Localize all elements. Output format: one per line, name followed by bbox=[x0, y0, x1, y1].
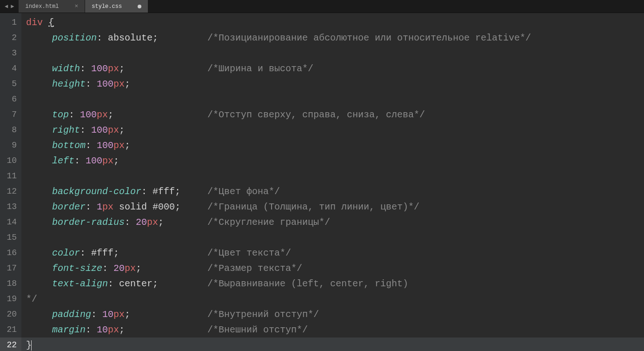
line-number: 6 bbox=[0, 92, 17, 107]
code-line: top: 100px;/*Отступ сверху, справа, сниз… bbox=[26, 107, 644, 122]
comment: /*Выравнивание (left, center, right) bbox=[207, 276, 408, 291]
property: border bbox=[52, 199, 86, 215]
property: text-align bbox=[52, 276, 108, 291]
code-line: width: 100px;/*Ширина и высота*/ bbox=[26, 61, 644, 76]
value: #fff bbox=[153, 184, 175, 199]
gutter: 12345678910111213141516171819202122 bbox=[0, 13, 21, 351]
comment: /*Скругление границы*/ bbox=[207, 215, 330, 230]
code-line bbox=[26, 230, 644, 245]
comment: /*Размер текста*/ bbox=[207, 261, 302, 276]
number: 1 bbox=[97, 199, 102, 215]
value: #fff bbox=[91, 245, 113, 261]
code-area[interactable]: div {position: absolute;/*Позицианирован… bbox=[21, 13, 644, 351]
unit: px bbox=[108, 61, 119, 76]
line-number: 16 bbox=[0, 245, 17, 261]
property: margin bbox=[52, 322, 86, 338]
comment: /*Позицианирование абсолютное или относи… bbox=[207, 30, 531, 46]
line-number: 20 bbox=[0, 307, 17, 322]
property: right bbox=[52, 122, 80, 138]
number: 100 bbox=[86, 153, 102, 169]
property: background-color bbox=[52, 184, 141, 199]
code-line: height: 100px; bbox=[26, 76, 644, 92]
number: 10 bbox=[102, 307, 113, 322]
code-line: */ bbox=[26, 291, 644, 307]
tab-index-html[interactable]: index.html × bbox=[19, 0, 85, 13]
unit: px bbox=[102, 199, 113, 215]
property: position bbox=[52, 30, 97, 46]
tab-label: style.css bbox=[92, 3, 122, 10]
number: 100 bbox=[97, 138, 113, 153]
property: border-radius bbox=[52, 215, 125, 230]
property: left bbox=[52, 153, 74, 169]
property: bottom bbox=[52, 138, 86, 153]
code-line: font-size: 20px;/*Размер текста*/ bbox=[26, 261, 644, 276]
code-line: border: 1px solid #000;/*Граница (Толщин… bbox=[26, 199, 644, 215]
comment: /*Цвет текста*/ bbox=[207, 245, 291, 261]
code-line bbox=[26, 92, 644, 107]
comment: /*Внешний отступ*/ bbox=[207, 322, 308, 338]
line-number: 3 bbox=[0, 46, 17, 61]
unit: px bbox=[147, 215, 158, 230]
close-icon[interactable]: × bbox=[74, 3, 78, 10]
code-line: background-color: #fff;/*Цвет фона*/ bbox=[26, 184, 644, 199]
code-line: color: #fff;/*Цвет текста*/ bbox=[26, 245, 644, 261]
value: absolute bbox=[108, 30, 153, 46]
tab-nav-arrows: ◀ ▶ bbox=[0, 0, 19, 13]
text-cursor bbox=[31, 340, 32, 351]
property: font-size bbox=[52, 261, 102, 276]
line-number: 22 bbox=[0, 338, 21, 351]
comment: /*Цвет фона*/ bbox=[207, 184, 280, 199]
number: 100 bbox=[91, 122, 108, 138]
unit: px bbox=[97, 107, 108, 122]
tab-style-css[interactable]: style.css bbox=[85, 0, 148, 13]
comment: /*Внутрений отступ*/ bbox=[207, 307, 319, 322]
number: 100 bbox=[91, 61, 108, 76]
line-number: 1 bbox=[0, 15, 17, 30]
value: center bbox=[119, 276, 153, 291]
code-line: } bbox=[26, 338, 644, 351]
property: width bbox=[52, 61, 80, 76]
line-number: 7 bbox=[0, 107, 17, 122]
unit: px bbox=[113, 138, 125, 153]
nav-forward-icon[interactable]: ▶ bbox=[10, 3, 15, 10]
tab-label: index.html bbox=[25, 3, 59, 10]
code-line: margin: 10px;/*Внешний отступ*/ bbox=[26, 322, 644, 338]
code-line bbox=[26, 46, 644, 61]
line-number: 11 bbox=[0, 169, 17, 184]
comment: /*Отступ сверху, справа, сниза, слева*/ bbox=[207, 107, 425, 122]
unit: px bbox=[125, 261, 136, 276]
property: top bbox=[52, 107, 69, 122]
comment: /*Граница (Толщина, тип линии, цвет)*/ bbox=[207, 199, 419, 215]
code-line: right: 100px; bbox=[26, 122, 644, 138]
comment: /*Ширина и высота*/ bbox=[207, 61, 313, 76]
number: 20 bbox=[136, 215, 147, 230]
line-number: 10 bbox=[0, 153, 17, 169]
selector: div bbox=[26, 15, 43, 30]
code-line: div { bbox=[26, 15, 644, 30]
line-number: 2 bbox=[0, 30, 17, 46]
line-number: 15 bbox=[0, 230, 17, 245]
unit: px bbox=[108, 322, 119, 338]
code-line bbox=[26, 169, 644, 184]
line-number: 19 bbox=[0, 291, 17, 307]
number: 100 bbox=[97, 76, 113, 92]
nav-back-icon[interactable]: ◀ bbox=[4, 3, 9, 10]
line-number: 13 bbox=[0, 199, 17, 215]
property: padding bbox=[52, 307, 91, 322]
line-number: 18 bbox=[0, 276, 17, 291]
editor: 12345678910111213141516171819202122 div … bbox=[0, 13, 644, 351]
unit: px bbox=[113, 76, 125, 92]
tab-bar: ◀ ▶ index.html × style.css bbox=[0, 0, 644, 13]
number: 100 bbox=[80, 107, 97, 122]
line-number: 5 bbox=[0, 76, 17, 92]
code-line: bottom: 100px; bbox=[26, 138, 644, 153]
code-line: padding: 10px;/*Внутрений отступ*/ bbox=[26, 307, 644, 322]
brace-open: { bbox=[48, 15, 54, 30]
dirty-indicator-icon bbox=[138, 5, 141, 8]
line-number: 9 bbox=[0, 138, 17, 153]
line-number: 8 bbox=[0, 122, 17, 138]
code-line: left: 100px; bbox=[26, 153, 644, 169]
unit: px bbox=[102, 153, 113, 169]
line-number: 14 bbox=[0, 215, 17, 230]
keyword: solid bbox=[119, 199, 147, 215]
